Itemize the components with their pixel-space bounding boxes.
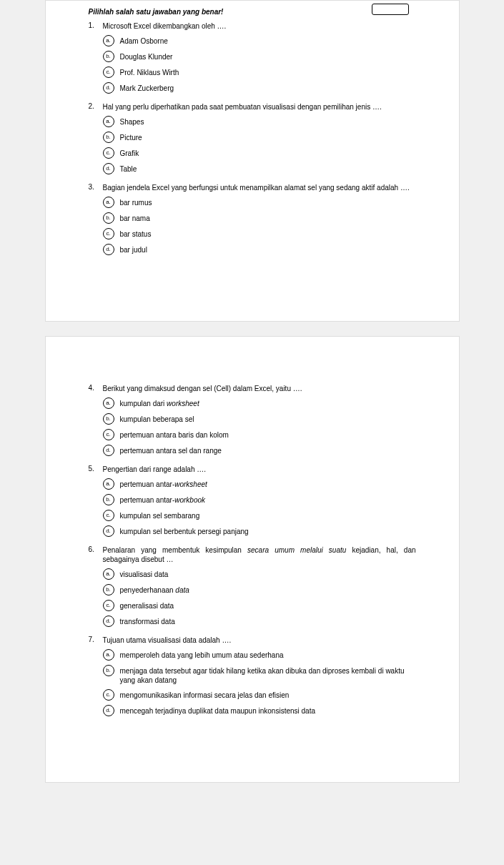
option[interactable]: d.Mark Zuckerberg: [103, 82, 416, 94]
option-text: menjaga data tersebut agar tidak hilang …: [120, 665, 416, 685]
question-number: 4.: [89, 384, 103, 460]
question: 3.Bagian jendela Excel yang berfungsi un…: [89, 183, 416, 260]
option-key[interactable]: b.: [103, 212, 114, 224]
question-number: 5.: [89, 465, 103, 541]
option-key[interactable]: c.: [103, 689, 114, 701]
question-body: Tujuan utama visualisasi data adalah ….a…: [103, 636, 416, 721]
question: 2.Hal yang perlu diperhatikan pada saat …: [89, 102, 416, 179]
option-key[interactable]: d.: [103, 82, 114, 94]
option-key[interactable]: a.: [103, 197, 114, 208]
question-number: 7.: [89, 636, 103, 721]
option-text: mencegah terjadinya duplikat data maupun…: [120, 705, 316, 716]
option-text: bar nama: [120, 212, 150, 223]
page: 4.Berikut yang dimaksud dengan sel (Cell…: [45, 336, 460, 783]
option-key[interactable]: a.: [103, 35, 114, 46]
question-number: 1.: [89, 21, 103, 98]
option[interactable]: b.Douglas Klunder: [103, 51, 416, 62]
option-key[interactable]: a.: [103, 116, 114, 127]
question-text: Hal yang perlu diperhatikan pada saat pe…: [103, 102, 416, 112]
option[interactable]: b.penyederhanaan data: [103, 584, 416, 595]
option-text: Mark Zuckerberg: [120, 82, 174, 93]
question-text: Microsoft Excel dikembangkan oleh ….: [103, 21, 416, 31]
question-text: Tujuan utama visualisasi data adalah ….: [103, 636, 416, 645]
option[interactable]: a.bar rumus: [103, 197, 416, 208]
question-body: Hal yang perlu diperhatikan pada saat pe…: [103, 102, 416, 179]
option[interactable]: b.Picture: [103, 132, 416, 143]
option-key[interactable]: a.: [103, 649, 114, 661]
option-key[interactable]: c.: [103, 147, 114, 159]
option-key[interactable]: c.: [103, 429, 114, 440]
option[interactable]: c.mengomunikasikan informasi secara jela…: [103, 689, 416, 701]
option[interactable]: b.bar nama: [103, 212, 416, 224]
option[interactable]: a.Adam Osborne: [103, 35, 416, 46]
option[interactable]: b.menjaga data tersebut agar tidak hilan…: [103, 665, 416, 685]
option-text: bar status: [120, 228, 152, 239]
question-text: Bagian jendela Excel yang berfungsi untu…: [103, 183, 416, 192]
option-key[interactable]: a.: [103, 478, 114, 490]
option[interactable]: a.memperoleh data yang lebih umum atau s…: [103, 649, 416, 661]
option[interactable]: b.pertemuan antar-workbook: [103, 494, 416, 505]
option[interactable]: d.bar judul: [103, 244, 416, 255]
option-key[interactable]: a.: [103, 568, 114, 580]
option-key[interactable]: b.: [103, 51, 114, 62]
option-key[interactable]: c.: [103, 66, 114, 78]
option[interactable]: d.Table: [103, 163, 416, 174]
option-key[interactable]: d.: [103, 616, 114, 627]
option-text: kumpulan dari worksheet: [120, 397, 199, 408]
option[interactable]: c.bar status: [103, 228, 416, 239]
option-key[interactable]: b.: [103, 413, 114, 425]
option[interactable]: b.kumpulan beberapa sel: [103, 413, 416, 425]
option-text: Grafik: [120, 147, 139, 158]
option-text: generalisasi data: [120, 600, 174, 611]
option[interactable]: a.Shapes: [103, 116, 416, 127]
option-text: bar judul: [120, 244, 147, 254]
option-key[interactable]: c.: [103, 600, 114, 611]
page: Pilihlah salah satu jawaban yang benar!1…: [45, 0, 460, 322]
option-key[interactable]: d.: [103, 163, 114, 174]
option[interactable]: d.transformasi data: [103, 616, 416, 627]
option[interactable]: a.pertemuan antar-worksheet: [103, 478, 416, 490]
option-text: transformasi data: [120, 616, 175, 626]
instruction: Pilihlah salah satu jawaban yang benar!: [89, 8, 416, 16]
option[interactable]: a.kumpulan dari worksheet: [103, 397, 416, 409]
option-text: pertemuan antara baris dan kolom: [120, 429, 229, 440]
option[interactable]: a.visualisasi data: [103, 568, 416, 580]
option-key[interactable]: b.: [103, 132, 114, 143]
option-key[interactable]: d.: [103, 244, 114, 255]
option[interactable]: d.kumpulan sel berbentuk persegi panjang: [103, 525, 416, 537]
option[interactable]: d.pertemuan antara sel dan range: [103, 445, 416, 456]
option[interactable]: d.mencegah terjadinya duplikat data maup…: [103, 705, 416, 716]
option-key[interactable]: b.: [103, 665, 114, 676]
option-key[interactable]: b.: [103, 584, 114, 595]
option-text: Douglas Klunder: [120, 51, 173, 61]
question-text: Penalaran yang membentuk kesimpulan seca…: [103, 545, 416, 564]
option-key[interactable]: d.: [103, 705, 114, 716]
option-text: pertemuan antar-workbook: [120, 494, 206, 505]
question-body: Pengertian dari range adalah ….a.pertemu…: [103, 465, 416, 541]
option-text: penyederhanaan data: [120, 584, 189, 595]
question-number: 3.: [89, 183, 103, 260]
option-key[interactable]: d.: [103, 445, 114, 456]
option[interactable]: c.kumpulan sel sembarang: [103, 510, 416, 521]
option-key[interactable]: c.: [103, 510, 114, 521]
question: 6.Penalaran yang membentuk kesimpulan se…: [89, 545, 416, 631]
question: 7.Tujuan utama visualisasi data adalah ……: [89, 636, 416, 721]
option-text: mengomunikasikan informasi secara jelas …: [120, 689, 290, 700]
option-key[interactable]: a.: [103, 397, 114, 409]
option[interactable]: c.generalisasi data: [103, 600, 416, 611]
option[interactable]: c.Grafik: [103, 147, 416, 159]
option-text: Shapes: [120, 116, 144, 127]
question-text: Pengertian dari range adalah ….: [103, 465, 416, 474]
option[interactable]: c.Prof. Niklaus Wirth: [103, 66, 416, 78]
option-text: bar rumus: [120, 197, 152, 207]
question-number: 2.: [89, 102, 103, 179]
option-key[interactable]: d.: [103, 525, 114, 537]
option-key[interactable]: b.: [103, 494, 114, 505]
option-text: kumpulan sel sembarang: [120, 510, 200, 520]
option[interactable]: c.pertemuan antara baris dan kolom: [103, 429, 416, 440]
option-key[interactable]: c.: [103, 228, 114, 239]
option-text: kumpulan sel berbentuk persegi panjang: [120, 525, 249, 536]
question-number: 6.: [89, 545, 103, 631]
option-text: Table: [120, 163, 137, 174]
question: 4.Berikut yang dimaksud dengan sel (Cell…: [89, 384, 416, 460]
